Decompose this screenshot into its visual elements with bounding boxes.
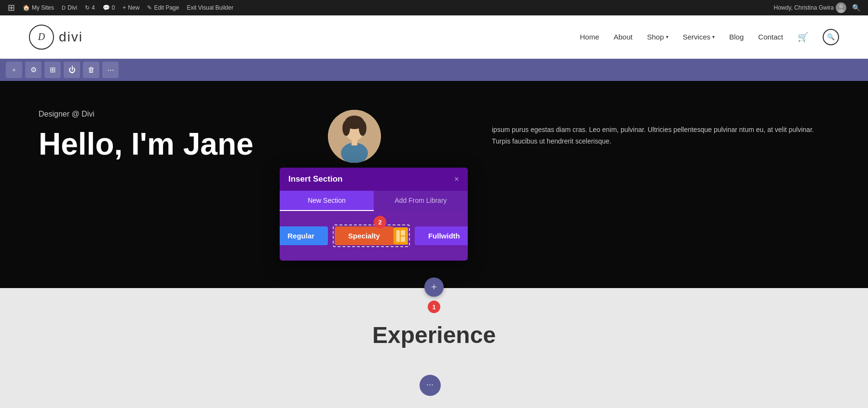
edit-page-item[interactable]: ✎ Edit Page — [143, 0, 183, 15]
nav-shop[interactable]: Shop ▾ — [647, 33, 668, 41]
experience-title: Experience — [39, 307, 829, 348]
admin-bar: ⊞ 🏠 My Sites D Divi ↻ 4 💬 0 + New ✎ Edit… — [0, 0, 868, 15]
hero-title: Hello, I'm Jane — [39, 126, 376, 162]
hero-avatar-area — [328, 110, 381, 163]
svg-point-6 — [359, 120, 366, 136]
plus-icon: + — [122, 4, 126, 11]
svg-rect-10 — [401, 230, 405, 236]
divi-item[interactable]: D Divi — [58, 0, 81, 15]
main-content: Designer @ Divi Hello, I'm Jane — [0, 81, 868, 408]
hero-section: Designer @ Divi Hello, I'm Jane — [0, 81, 868, 288]
nav-contact[interactable]: Contact — [758, 33, 783, 41]
plus-icon: + — [431, 282, 437, 292]
divi-icon: D — [62, 5, 66, 11]
shop-chevron-icon: ▾ — [666, 34, 668, 39]
site-nav: Home About Shop ▾ Services ▾ Blog Contac… — [580, 29, 839, 45]
svg-rect-9 — [396, 230, 400, 242]
svg-point-0 — [839, 4, 843, 8]
hero-avatar — [328, 110, 381, 163]
trash-button[interactable]: 🗑 — [83, 62, 99, 78]
svg-point-1 — [838, 9, 844, 13]
home-icon: 🏠 — [23, 4, 30, 11]
layout-icon: ⊞ — [50, 66, 56, 74]
admin-search-icon[interactable]: 🔍 — [848, 4, 864, 12]
power-icon: ⏻ — [68, 66, 76, 74]
wp-icon: ⊞ — [8, 2, 15, 13]
site-header: D divi Home About Shop ▾ Services ▾ Blog… — [0, 15, 868, 59]
gray-section: + 1 ··· Experience — [0, 288, 868, 408]
nav-about[interactable]: About — [613, 33, 632, 41]
admin-bar-right: Howdy, Christina Gwira 🔍 — [774, 2, 864, 13]
power-button[interactable]: ⏻ — [64, 62, 80, 78]
specialty-section-button[interactable]: Specialty — [335, 226, 393, 245]
modal-header: Insert Section × — [280, 168, 468, 191]
svg-point-7 — [341, 143, 368, 163]
logo-circle: D — [29, 25, 54, 50]
modal-close-button[interactable]: × — [454, 175, 459, 184]
insert-section-modal: Insert Section × New Section Add From Li… — [280, 168, 468, 261]
builder-toolbar: + ⚙ ⊞ ⏻ 🗑 ⋯ — [0, 59, 868, 81]
search-icon: 🔍 — [827, 33, 835, 41]
new-item[interactable]: + New — [119, 0, 143, 15]
services-chevron-icon: ▾ — [712, 34, 715, 39]
pencil-icon: ✎ — [147, 4, 152, 11]
nav-search-button[interactable]: 🔍 — [823, 29, 839, 45]
exit-builder-item[interactable]: Exit Visual Builder — [183, 0, 237, 15]
svg-point-5 — [342, 120, 350, 136]
layout-button[interactable]: ⊞ — [44, 62, 61, 78]
nav-home[interactable]: Home — [580, 33, 599, 41]
step-2-badge: 2 — [374, 216, 386, 228]
fullwidth-section-button[interactable]: Fullwidth — [415, 226, 468, 245]
specialty-layout-icon — [393, 227, 408, 245]
more-options-floating-button[interactable]: ··· — [420, 375, 441, 396]
regular-section-button[interactable]: Regular — [280, 226, 328, 245]
hero-body-text: ipsum purus egestas diam cras. Leo enim,… — [492, 124, 829, 147]
modal-title: Insert Section — [288, 174, 342, 184]
more-options-button[interactable]: ⋯ — [102, 62, 119, 78]
logo-text: divi — [59, 29, 83, 45]
svg-rect-8 — [352, 138, 357, 145]
more-icon: ⋯ — [107, 66, 114, 74]
comments-item[interactable]: 💬 0 — [99, 0, 119, 15]
avatar — [836, 2, 846, 13]
updates-item[interactable]: ↻ 4 — [81, 0, 99, 15]
wp-logo-item[interactable]: ⊞ — [4, 0, 19, 15]
tab-new-section[interactable]: New Section — [280, 191, 374, 211]
settings-button[interactable]: ⚙ — [25, 62, 41, 78]
modal-tabs: New Section Add From Library — [280, 191, 468, 211]
specialty-wrapper: Specialty — [333, 224, 410, 247]
refresh-icon: ↻ — [85, 4, 90, 11]
add-section-button[interactable]: + — [6, 62, 22, 78]
modal-body: 2 Regular Specialty — [280, 211, 468, 261]
tab-add-from-library[interactable]: Add From Library — [374, 191, 468, 211]
site-logo[interactable]: D divi — [29, 25, 83, 50]
my-sites-item[interactable]: 🏠 My Sites — [19, 0, 58, 15]
trash-icon: 🗑 — [88, 66, 95, 74]
comment-icon: 💬 — [103, 4, 110, 11]
settings-icon: ⚙ — [30, 66, 37, 74]
svg-rect-11 — [401, 237, 405, 242]
add-section-plus-button[interactable]: + — [424, 277, 444, 297]
cart-icon[interactable]: 🛒 — [798, 32, 808, 42]
nav-services[interactable]: Services ▾ — [683, 33, 715, 41]
step-1-badge: 1 — [428, 301, 440, 313]
hero-subtitle: Designer @ Divi — [39, 110, 376, 118]
nav-blog[interactable]: Blog — [729, 33, 744, 41]
